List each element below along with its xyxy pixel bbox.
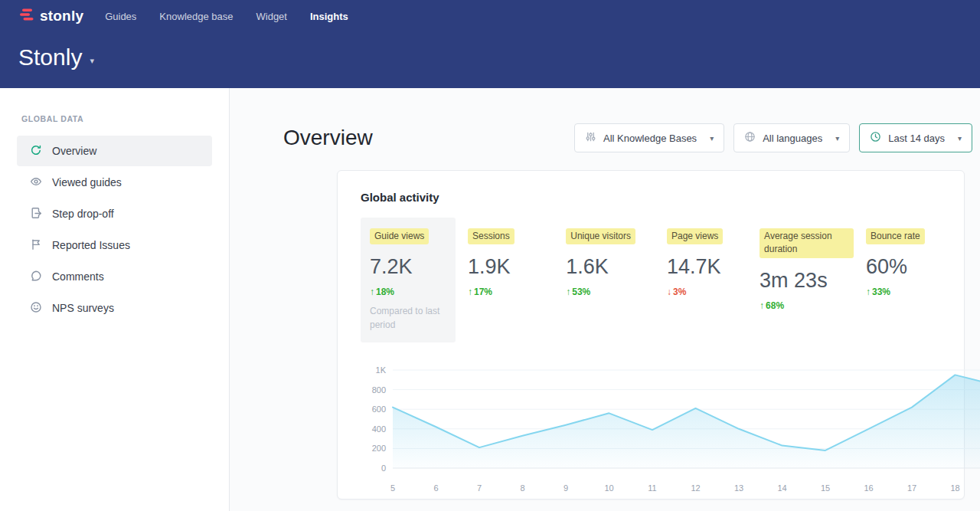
metric-value: 1.6K [566,255,655,279]
sliders-icon [585,131,596,145]
smiley-icon [30,301,42,316]
logo-text: stonly [40,8,83,25]
sidebar-item-reported-issues[interactable]: Reported Issues [17,230,212,260]
svg-text:7: 7 [477,483,482,493]
sidebar-item-label: Overview [52,145,96,157]
metric-change: ↑53% [566,287,655,297]
sidebar-section-label: GLOBAL DATA [21,114,229,123]
metric-sessions[interactable]: Sessions 1.9K ↑17% [468,218,554,297]
eye-icon [30,175,42,190]
top-nav-items: Guides Knowledge base Widget Insights [105,11,348,22]
knowledge-bases-filter-value: All Knowledge Bases [603,133,697,144]
main-content: Overview All Knowledge Bases ▾ [230,88,980,511]
svg-text:18: 18 [950,483,959,493]
trend-up-icon: ↑ [566,287,570,297]
nav-item-insights[interactable]: Insights [310,11,348,22]
sidebar-item-label: Reported Issues [52,239,130,251]
metric-value: 1.9K [468,255,554,279]
chevron-down-icon: ▾ [710,134,714,142]
svg-text:600: 600 [372,405,386,414]
metric-label: Average session duration [760,228,854,258]
svg-text:800: 800 [372,385,386,395]
nav-item-guides[interactable]: Guides [105,11,136,22]
page-header-row: Overview All Knowledge Bases ▾ [283,123,972,152]
trend-up-icon: ↑ [370,287,374,297]
globe-icon [744,131,756,145]
svg-text:8: 8 [520,483,524,493]
sidebar-item-nps-surveys[interactable]: NPS surveys [17,293,212,323]
sidebar-item-label: Comments [52,270,104,283]
sidebar-item-overview[interactable]: Overview [17,136,212,166]
metric-change: ↑17% [468,287,554,297]
date-range-filter-value: Last 14 days [888,133,945,144]
metric-label: Unique visitors [566,228,635,244]
trend-up-icon: ↑ [468,287,472,297]
top-navigation: stonly Guides Knowledge base Widget Insi… [18,0,962,32]
metric-value: 3m 23s [760,269,854,293]
sidebar-item-label: Step drop-off [52,208,114,220]
svg-text:200: 200 [372,444,386,454]
metric-guide-views[interactable]: Guide views 7.2K ↑18% Compared to last p… [361,218,456,342]
metric-unique-visitors[interactable]: Unique visitors 1.6K ↑53% [566,218,655,297]
metric-label: Page views [667,228,723,244]
global-activity-card: Global activity Guide views 7.2K ↑18% Co… [337,170,965,500]
metric-change-value: 33% [872,287,890,297]
knowledge-bases-filter[interactable]: All Knowledge Bases ▾ [574,123,724,152]
sidebar-item-step-dropoff[interactable]: Step drop-off [17,198,212,229]
flag-icon [30,238,42,253]
stonly-logo-icon [18,7,35,25]
metric-change-value: 68% [766,300,784,311]
svg-text:14: 14 [777,483,786,493]
metric-change-value: 17% [474,287,492,297]
metric-change-value: 18% [376,287,394,297]
svg-text:6: 6 [433,483,438,493]
workspace-selector[interactable]: Stonly ▾ [18,44,94,70]
chevron-down-icon: ▾ [835,134,839,142]
comment-icon [30,270,42,284]
metric-change: ↑33% [866,287,941,297]
svg-text:12: 12 [691,483,700,493]
clock-icon [870,131,881,145]
metric-average-session-duration[interactable]: Average session duration 3m 23s ↑68% [760,218,854,311]
svg-text:10: 10 [604,483,613,493]
metric-change-value: 3% [673,287,686,297]
stonly-logo[interactable]: stonly [18,7,83,25]
svg-text:17: 17 [907,483,916,493]
page-title: Overview [283,126,373,150]
metric-change-value: 53% [572,287,590,297]
metric-change: ↑18% [370,287,446,297]
global-activity-chart: 02004006008001K5678910111213141516171819 [361,361,941,500]
svg-text:15: 15 [821,483,830,493]
chevron-down-icon: ▾ [958,134,962,142]
trend-down-icon: ↓ [667,287,671,297]
nav-item-knowledge-base[interactable]: Knowledge base [159,11,233,22]
sidebar: GLOBAL DATA Overview Viewed guides [0,88,230,511]
metric-value: 7.2K [370,255,446,279]
svg-text:9: 9 [564,483,568,493]
card-title: Global activity [361,191,941,204]
svg-text:400: 400 [372,424,386,434]
metrics-row: Guide views 7.2K ↑18% Compared to last p… [361,218,941,342]
metric-label: Bounce rate [866,228,925,244]
metric-bounce-rate[interactable]: Bounce rate 60% ↑33% [866,218,941,297]
svg-text:1K: 1K [376,365,387,375]
sidebar-item-label: NPS surveys [52,302,114,314]
date-range-filter[interactable]: Last 14 days ▾ [859,123,972,152]
languages-filter-value: All languages [763,133,822,144]
svg-text:11: 11 [648,483,656,493]
metric-change: ↓3% [667,287,747,297]
workspace-title: Stonly [18,44,82,70]
overview-icon [30,144,42,159]
metric-note: Compared to last period [370,305,446,332]
trend-up-icon: ↑ [866,287,871,297]
filters: All Knowledge Bases ▾ All languages ▾ [574,123,972,152]
metric-page-views[interactable]: Page views 14.7K ↓3% [667,218,747,297]
svg-text:0: 0 [381,464,386,473]
trend-up-icon: ↑ [760,300,764,311]
sidebar-item-comments[interactable]: Comments [17,261,212,292]
languages-filter[interactable]: All languages ▾ [733,123,850,152]
nav-item-widget[interactable]: Widget [256,11,287,22]
svg-text:16: 16 [864,483,873,493]
sidebar-item-viewed-guides[interactable]: Viewed guides [17,167,212,198]
sidebar-item-label: Viewed guides [52,176,122,188]
